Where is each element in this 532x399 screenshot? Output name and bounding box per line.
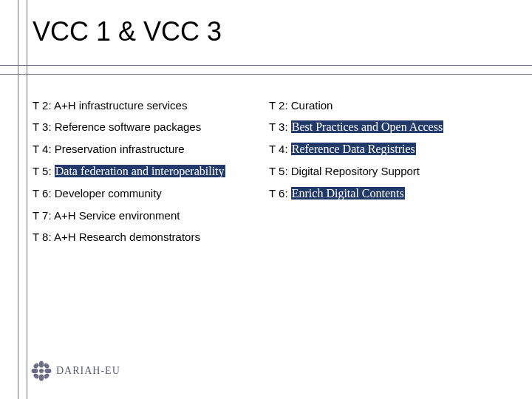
right-cell: [269, 231, 505, 243]
item-text: Reference software packages: [55, 120, 201, 133]
item-prefix: T 2:: [269, 99, 291, 112]
item-text: Developer community: [55, 187, 162, 200]
left-cell: T 8: A+H Research demonstrators: [33, 231, 269, 243]
right-cell: T 2: Curation: [269, 99, 505, 112]
item-text: A+H infrastructure services: [54, 99, 187, 112]
list-row: T 2: A+H infrastructure servicesT 2: Cur…: [33, 99, 505, 112]
content-table: T 2: A+H infrastructure servicesT 2: Cur…: [33, 99, 505, 252]
item-prefix: T 4:: [269, 143, 291, 155]
right-cell: [269, 209, 505, 222]
list-row: T 5: Data federation and interoperabilit…: [33, 165, 505, 178]
list-row: T 6: Developer communityT 6: Enrich Digi…: [33, 187, 505, 200]
left-cell: T 5: Data federation and interoperabilit…: [33, 165, 269, 178]
item-prefix: T 5:: [269, 165, 291, 177]
svg-point-3: [32, 369, 38, 373]
left-cell: T 7: A+H Service environment: [33, 209, 269, 222]
svg-point-8: [43, 372, 50, 380]
right-cell: T 5: Digital Repository Support: [269, 165, 505, 178]
item-text: Digital Repository Support: [291, 165, 420, 177]
left-cell: T 4: Preservation infrastructure: [33, 143, 269, 156]
svg-point-4: [45, 369, 52, 373]
dariah-logo: DARIAH-EU: [31, 361, 120, 381]
item-text: A+H Research demonstrators: [54, 231, 200, 243]
left-cell: T 3: Reference software packages: [33, 120, 269, 134]
list-row: T 8: A+H Research demonstrators: [33, 231, 505, 243]
item-prefix: T 3:: [269, 120, 291, 133]
left-cell: T 2: A+H infrastructure services: [33, 99, 269, 112]
item-prefix: T 6:: [33, 187, 55, 200]
item-text-highlighted: Best Practices and Open Access: [291, 120, 443, 133]
item-prefix: T 2:: [33, 99, 54, 112]
item-prefix: T 3:: [33, 120, 55, 133]
list-row: T 3: Reference software packagesT 3: Bes…: [33, 120, 505, 134]
item-text-highlighted: Data federation and interoperability: [55, 165, 225, 177]
right-cell: T 4: Reference Data Registries: [269, 143, 505, 156]
svg-point-2: [39, 375, 44, 381]
item-text-highlighted: Reference Data Registries: [291, 143, 416, 155]
list-row: T 7: A+H Service environment: [33, 209, 505, 222]
right-cell: T 3: Best Practices and Open Access: [269, 120, 505, 134]
left-cell: T 6: Developer community: [33, 187, 269, 200]
item-text: Preservation infrastructure: [55, 143, 185, 155]
grid-hline: [0, 74, 532, 75]
item-text-highlighted: Enrich Digital Contents: [291, 187, 405, 200]
item-text: Curation: [291, 99, 333, 112]
svg-point-7: [33, 372, 40, 380]
item-text: A+H Service environment: [54, 209, 180, 222]
item-prefix: T 6:: [269, 187, 291, 200]
item-prefix: T 4:: [33, 143, 55, 155]
grid-vline: [18, 0, 18, 399]
svg-point-1: [39, 361, 44, 368]
grid-hline: [0, 65, 532, 66]
item-prefix: T 5:: [33, 165, 55, 177]
slide-title: VCC 1 & VCC 3: [33, 16, 222, 47]
item-prefix: T 8:: [33, 231, 54, 243]
slide: VCC 1 & VCC 3 T 2: A+H infrastructure se…: [0, 0, 532, 399]
list-row: T 4: Preservation infrastructureT 4: Ref…: [33, 143, 505, 156]
item-prefix: T 7:: [33, 209, 54, 222]
svg-point-0: [39, 369, 44, 373]
right-cell: T 6: Enrich Digital Contents: [269, 187, 505, 200]
svg-point-5: [33, 362, 40, 369]
svg-point-6: [43, 362, 50, 369]
grid-vline: [27, 0, 27, 399]
flower-icon: [31, 361, 52, 381]
logo-text: DARIAH-EU: [56, 365, 120, 377]
